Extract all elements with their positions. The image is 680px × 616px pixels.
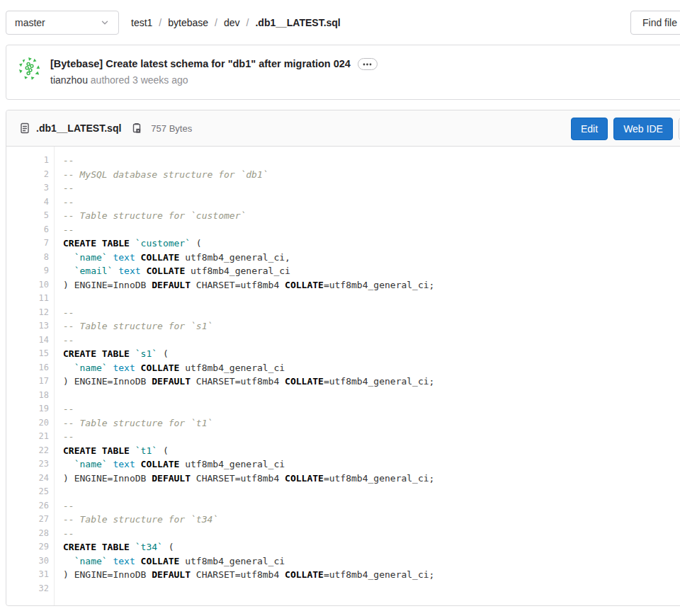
chevron-down-icon [100,18,110,28]
line-number[interactable]: 4 [6,195,49,210]
code-content: -- [49,223,74,237]
line-number[interactable]: 28 [6,527,49,541]
code-content: `email` text COLLATE utf8mb4_general_ci [49,264,290,278]
file-actions: Edit Web IDE [571,118,680,140]
line-number[interactable]: 1 [6,154,49,168]
code-line: 20-- Table structure for `t1` [6,416,680,430]
code-line: 21-- [6,430,680,444]
code-content: -- [49,195,74,210]
code-content: -- [49,402,74,416]
edit-button[interactable]: Edit [571,118,608,140]
code-line: 32 [6,582,680,596]
line-number[interactable]: 15 [6,347,49,361]
line-number[interactable]: 2 [6,168,49,182]
code-line: 28-- [6,527,680,541]
breadcrumb-item[interactable]: dev [224,17,240,28]
breadcrumb-separator: / [159,17,162,28]
code-content: ) ENGINE=InnoDB DEFAULT CHARSET=utf8mb4 … [49,278,434,292]
code-line: 26-- [6,499,680,513]
line-number[interactable]: 17 [6,375,49,389]
line-number[interactable]: 31 [6,568,49,582]
code-content [49,485,63,499]
code-line: 11 [6,292,680,306]
breadcrumb-item[interactable]: bytebase [168,17,208,28]
code-content: -- [49,333,74,348]
branch-name: master [15,17,45,28]
file-size: 757 Bytes [151,123,192,134]
code-line: 7CREATE TABLE `customer` ( [6,236,680,251]
breadcrumb-item[interactable]: test1 [131,17,152,28]
breadcrumb-item[interactable]: .db1__LATEST.sql [255,17,340,28]
line-number[interactable]: 14 [6,333,49,348]
line-number[interactable]: 7 [6,236,49,251]
line-number[interactable]: 24 [6,472,49,486]
identicon-icon [18,57,42,81]
line-number[interactable]: 27 [6,513,49,527]
code-line: 22CREATE TABLE `t1` ( [6,444,680,458]
code-content: CREATE TABLE `t34` ( [49,540,174,554]
line-number[interactable]: 10 [6,278,49,292]
code-content: -- [49,306,74,320]
last-commit-panel: [Bytebase] Create latest schema for "db1… [6,45,680,100]
avatar[interactable] [18,57,42,81]
code-content [49,389,63,403]
code-line: 31) ENGINE=InnoDB DEFAULT CHARSET=utf8mb… [6,568,680,582]
line-number[interactable]: 5 [6,209,49,223]
code-line: 6-- [6,223,680,237]
copy-file-path-button[interactable] [131,122,142,135]
web-ide-button[interactable]: Web IDE [613,118,673,140]
code-content: -- MySQL database structure for `db1` [49,168,268,182]
ellipsis-icon [363,63,372,66]
code-content: `name` text COLLATE utf8mb4_general_ci [49,554,285,569]
document-icon [19,122,30,134]
code-line: 16 `name` text COLLATE utf8mb4_general_c… [6,361,680,375]
line-number[interactable]: 32 [6,582,49,596]
line-number[interactable]: 12 [6,306,49,320]
code-line: 14-- [6,333,680,348]
line-number[interactable]: 26 [6,499,49,513]
expand-commit-button[interactable] [358,58,378,70]
code-line: 3-- [6,181,680,195]
line-number[interactable]: 25 [6,485,49,499]
branch-selector[interactable]: master [6,11,119,35]
code-line: 9 `email` text COLLATE utf8mb4_general_c… [6,264,680,278]
code-content: `name` text COLLATE utf8mb4_general_ci [49,457,285,472]
commit-title[interactable]: [Bytebase] Create latest schema for "db1… [50,57,351,72]
line-number[interactable]: 23 [6,457,49,472]
copy-icon [131,122,142,135]
line-number[interactable]: 19 [6,402,49,416]
line-number[interactable]: 22 [6,444,49,458]
line-number[interactable]: 21 [6,430,49,444]
code-line: 5-- Table structure for `customer` [6,209,680,223]
line-number[interactable]: 20 [6,416,49,430]
line-number[interactable]: 13 [6,319,49,333]
code-line: 18 [6,389,680,403]
code-line: 19-- [6,402,680,416]
code-line: 10) ENGINE=InnoDB DEFAULT CHARSET=utf8mb… [6,278,680,292]
code-content: -- Table structure for `t1` [49,416,212,430]
find-file-button[interactable]: Find file [630,11,680,35]
line-number[interactable]: 8 [6,251,49,265]
code-content: -- Table structure for `customer` [49,209,246,223]
repo-file-toolbar: master test1/bytebase/dev/.db1__LATEST.s… [0,0,680,45]
line-number[interactable]: 11 [6,292,49,306]
code-line: 25 [6,485,680,499]
code-content: -- [49,154,74,168]
code-content: `name` text COLLATE utf8mb4_general_ci [49,361,285,375]
line-number[interactable]: 6 [6,223,49,237]
line-number[interactable]: 3 [6,181,49,195]
line-number[interactable]: 9 [6,264,49,278]
line-number[interactable]: 18 [6,389,49,403]
line-number[interactable]: 16 [6,361,49,375]
code-line: 24) ENGINE=InnoDB DEFAULT CHARSET=utf8mb… [6,472,680,486]
code-line: 15CREATE TABLE `s1` ( [6,347,680,361]
code-content: `name` text COLLATE utf8mb4_general_ci, [49,251,290,265]
commit-author-name[interactable]: tianzhou [50,74,88,86]
line-number[interactable]: 29 [6,540,49,554]
code-line: 17) ENGINE=InnoDB DEFAULT CHARSET=utf8mb… [6,375,680,389]
code-content: ) ENGINE=InnoDB DEFAULT CHARSET=utf8mb4 … [49,375,434,389]
line-number[interactable]: 30 [6,554,49,569]
commit-authored-text: authored 3 weeks ago [91,74,188,86]
code-line: 30 `name` text COLLATE utf8mb4_general_c… [6,554,680,569]
code-line: 23 `name` text COLLATE utf8mb4_general_c… [6,457,680,472]
